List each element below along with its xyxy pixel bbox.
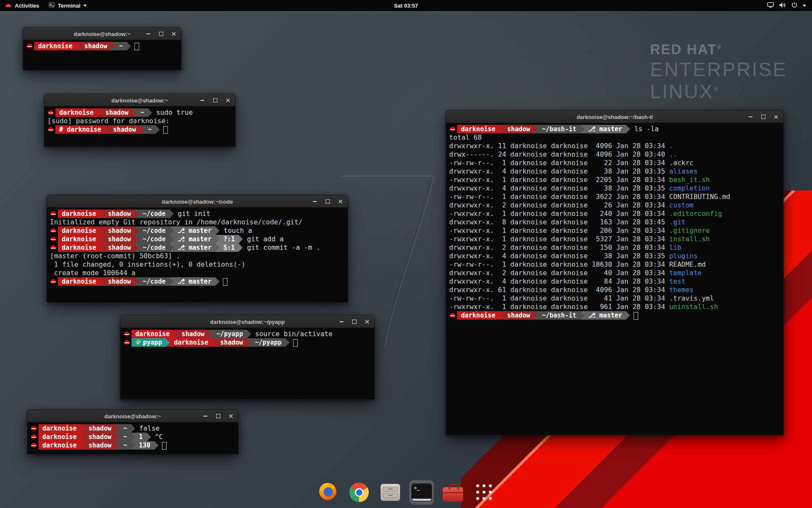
- dir-name: lib: [669, 243, 681, 252]
- maximize-button[interactable]: [351, 318, 358, 326]
- clock-button[interactable]: Sat 03:57: [389, 0, 423, 11]
- terminal-content[interactable]: darknoiseshadow~ sudo true[sudo] passwor…: [44, 106, 236, 147]
- powerline-separator-icon: [140, 125, 144, 134]
- dock-item-firefox[interactable]: [315, 480, 340, 505]
- app-menu-label: Terminal: [58, 3, 80, 9]
- minimize-icon: [146, 33, 150, 34]
- maximize-button[interactable]: [214, 413, 222, 420]
- window-titlebar[interactable]: darknoise@shadow:~/bash-it: [446, 110, 784, 124]
- redhat-icon: [48, 127, 53, 132]
- prompt-segment-host: shadow: [178, 330, 208, 338]
- command-text: touch a: [219, 226, 252, 235]
- volume-icon: [779, 2, 786, 9]
- output-text: drwxrwxr-x. 4 darknoise darknoise 84 Jan…: [449, 277, 669, 286]
- maximize-button[interactable]: [760, 113, 767, 121]
- terminal-content[interactable]: darknoiseshadow~/pyapp source bin/activa…: [120, 328, 375, 400]
- minimize-button[interactable]: [747, 113, 754, 121]
- terminal-line: -rwxrwxr-x. 1 darknoise darknoise 240 Ja…: [449, 210, 783, 218]
- redhat-logo-icon: [5, 2, 12, 9]
- powerline-separator-icon: [80, 424, 85, 433]
- terminal-line: [sudo] password for darknoise:: [47, 117, 235, 125]
- prompt-segment-user: darknoise: [58, 243, 100, 252]
- window-controls: [338, 315, 370, 328]
- terminal-line: -rw-rw-r--. 1 darknoise darknoise 22 Jan…: [449, 159, 783, 167]
- prompt-segment-host: shadow: [80, 42, 111, 50]
- terminal-content[interactable]: darknoiseshadow~ falsedarknoiseshadow~1 …: [27, 422, 239, 454]
- minimize-button[interactable]: [199, 97, 206, 104]
- terminal-window: darknoise@shadow:~/codedarknoiseshadow~/…: [47, 195, 348, 303]
- dock-item-toolbox[interactable]: [441, 480, 465, 505]
- powerline-separator-icon: [212, 338, 216, 347]
- redhat-icon: [450, 127, 455, 132]
- window-controls: [202, 410, 234, 422]
- terminal-content[interactable]: darknoiseshadow~: [23, 40, 181, 70]
- exec-name: .editorconfig: [669, 210, 722, 218]
- prompt-segment-path: ~: [115, 42, 126, 50]
- exec-name: bash_it.sh: [669, 176, 710, 184]
- terminal-content[interactable]: darknoiseshadow~/bash-it⎇ master ls -lat…: [446, 123, 784, 435]
- close-button[interactable]: [227, 413, 234, 420]
- minimize-button[interactable]: [338, 318, 345, 326]
- terminal-line: darknoiseshadow~ false: [30, 424, 238, 433]
- maximize-button[interactable]: [324, 198, 331, 205]
- prompt-segment-git: ⎇ master: [174, 226, 216, 235]
- close-icon: [229, 413, 233, 420]
- command-text: source bin/activate: [251, 330, 333, 338]
- close-button[interactable]: [363, 318, 370, 326]
- window-titlebar[interactable]: darknoise@shadow:~: [44, 94, 236, 107]
- system-status-area[interactable]: [761, 0, 812, 11]
- powerline-separator-icon: [134, 243, 139, 252]
- dock-item-files[interactable]: [378, 480, 403, 505]
- terminal-line: drwxrwxr-x. 2 darknoise darknoise 26 Jan…: [449, 201, 783, 210]
- powerline-separator-icon: [115, 441, 119, 450]
- maximize-button[interactable]: [211, 97, 219, 104]
- dir-name: plugins: [669, 252, 697, 260]
- toolbox-icon: [443, 483, 463, 502]
- terminal-cursor: [223, 278, 228, 286]
- dock-item-app-grid[interactable]: [472, 480, 497, 505]
- powerline-separator-icon: [247, 338, 251, 347]
- output-text: .ackrc: [669, 159, 694, 167]
- terminal-line: drwxrwxr-x. 8 darknoise darknoise 163 Ja…: [449, 218, 783, 226]
- minimize-icon: [313, 201, 317, 202]
- terminal-content[interactable]: darknoiseshadow~/code git initInitialize…: [47, 207, 348, 303]
- close-button[interactable]: [170, 30, 177, 38]
- redhat-icon: [31, 434, 36, 439]
- powerline-separator-icon: [76, 42, 80, 50]
- window-titlebar[interactable]: darknoise@shadow:~: [27, 409, 239, 423]
- minimize-button[interactable]: [202, 413, 209, 420]
- exec-name: uninstall.sh: [669, 303, 718, 311]
- redhat-icon: [48, 110, 53, 115]
- terminal-line: darknoiseshadow~130: [30, 441, 238, 450]
- prompt-segment-user: darknoise: [38, 433, 80, 441]
- terminal-line: darknoiseshadow~ sudo true: [47, 108, 235, 117]
- powerline-separator-icon: [626, 311, 630, 320]
- terminal-line: 1 file changed, 0 insertions(+), 0 delet…: [50, 260, 348, 269]
- maximize-button[interactable]: [157, 30, 165, 38]
- prompt-segment-host: shadow: [216, 338, 247, 347]
- prompt-segment-host: shadow: [85, 441, 115, 450]
- close-button[interactable]: [772, 113, 779, 121]
- terminal-cursor: [134, 43, 139, 50]
- prompt-segment-path: ~: [136, 108, 148, 117]
- prompt-segment-host: shadow: [85, 424, 115, 433]
- redhat-icon: [51, 237, 56, 242]
- dock-item-terminal[interactable]: >_: [409, 480, 434, 505]
- powerline-separator-icon: [148, 108, 152, 117]
- minimize-button[interactable]: [145, 30, 152, 38]
- minimize-button[interactable]: [311, 198, 318, 205]
- window-titlebar[interactable]: darknoise@shadow:~: [23, 27, 181, 41]
- app-menu-terminal[interactable]: Terminal: [44, 0, 91, 11]
- close-button[interactable]: [224, 97, 231, 104]
- redhat-icon: [51, 245, 56, 250]
- window-titlebar[interactable]: darknoise@shadow:~/pyapp: [120, 315, 375, 329]
- powerline-separator-icon: [170, 277, 174, 286]
- powerline-separator-icon: [499, 311, 503, 320]
- close-button[interactable]: [337, 198, 344, 205]
- window-titlebar[interactable]: darknoise@shadow:~/code: [47, 195, 348, 208]
- dock-item-chrome[interactable]: [347, 480, 371, 505]
- powerline-separator-icon: [131, 433, 135, 441]
- terminal-line: -rwxrwxr-x. 1 darknoise darknoise 5327 J…: [449, 235, 783, 243]
- output-text: -rwxrwxr-x. 1 darknoise darknoise 240 Ja…: [449, 210, 669, 218]
- activities-button[interactable]: Activities: [0, 0, 44, 11]
